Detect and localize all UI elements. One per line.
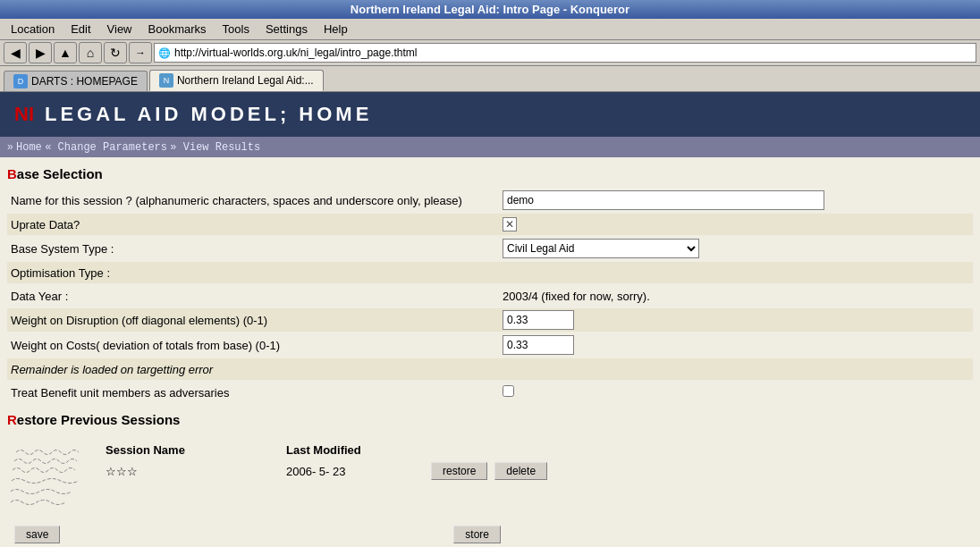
weight-costs-input[interactable] bbox=[503, 335, 574, 355]
url-input[interactable] bbox=[174, 46, 972, 59]
stop-button[interactable]: → bbox=[129, 42, 152, 63]
menu-bar: Location Edit View Bookmarks Tools Setti… bbox=[0, 19, 980, 40]
main-form: Base Selection Name for this session ? (… bbox=[0, 157, 980, 547]
breadcrumb: » Home « Change Parameters » View Result… bbox=[0, 137, 980, 157]
menu-edit[interactable]: Edit bbox=[63, 21, 97, 38]
breadcrumb-change-params[interactable]: Change Parameters bbox=[58, 141, 167, 154]
session-name-cell: ☆☆☆ bbox=[98, 460, 277, 482]
sessions-section: Restore Previous Sessions bbox=[7, 412, 973, 515]
bottom-center-buttons: store bbox=[60, 526, 894, 543]
sessions-rest: estore Previous Sessions bbox=[17, 412, 181, 427]
sessions-content: Session Name Last Modified ☆☆☆ 2006- 5- … bbox=[7, 434, 973, 515]
session-name-input[interactable] bbox=[503, 190, 824, 210]
weight-disruption-value bbox=[499, 308, 973, 332]
base-system-type-select[interactable]: Civil Legal Aid Criminal Legal Aid bbox=[503, 239, 699, 258]
menu-help[interactable]: Help bbox=[317, 21, 355, 38]
weight-costs-value bbox=[499, 333, 973, 357]
bottom-left-buttons: save bbox=[14, 526, 60, 543]
tab-ni-legal[interactable]: N Northern Ireland Legal Aid:... bbox=[149, 70, 324, 91]
tab-ni-legal-icon: N bbox=[159, 73, 173, 88]
tab-darts-icon: D bbox=[13, 74, 28, 88]
header-logo: NI bbox=[14, 103, 34, 126]
url-bar: 🌐 bbox=[154, 43, 976, 63]
base-system-type-value: Civil Legal Aid Criminal Legal Aid bbox=[499, 237, 973, 260]
breadcrumb-sep1: « bbox=[45, 141, 57, 154]
base-selection-first-letter: B bbox=[7, 166, 17, 181]
optimisation-type-label: Optimisation Type : bbox=[7, 265, 499, 282]
base-system-type-label: Base System Type : bbox=[7, 240, 499, 257]
tab-darts-label: DARTS : HOMEPAGE bbox=[31, 75, 138, 88]
remainder-value bbox=[499, 367, 973, 371]
session-row: ☆☆☆ 2006- 5- 23 restore delete bbox=[98, 460, 971, 482]
weight-disruption-input[interactable] bbox=[503, 310, 574, 330]
page-content: NI LEGAL AID MODEL; HOME » Home « Change… bbox=[0, 92, 980, 547]
menu-bookmarks[interactable]: Bookmarks bbox=[141, 21, 214, 38]
forward-button[interactable]: ▶ bbox=[29, 42, 52, 63]
sessions-title: Restore Previous Sessions bbox=[7, 412, 973, 427]
menu-settings[interactable]: Settings bbox=[258, 21, 315, 38]
weight-costs-row: Weight on Costs( deviation of totals fro… bbox=[7, 333, 973, 357]
weight-disruption-row: Weight on Disruption (off diagonal eleme… bbox=[7, 308, 973, 332]
session-actions-cell: restore delete bbox=[424, 460, 971, 482]
base-selection-title: Base Selection bbox=[7, 166, 973, 181]
save-button[interactable]: save bbox=[14, 526, 60, 543]
base-system-type-row: Base System Type : Civil Legal Aid Crimi… bbox=[7, 237, 973, 260]
home-button[interactable]: ⌂ bbox=[79, 42, 102, 63]
treat-benefit-value bbox=[499, 383, 973, 401]
tab-darts[interactable]: D DARTS : HOMEPAGE bbox=[4, 71, 148, 91]
treat-benefit-checkbox[interactable] bbox=[503, 385, 514, 397]
breadcrumb-sep2: » bbox=[170, 141, 182, 154]
treat-benefit-row: Treat Benefit unit members as adversarie… bbox=[7, 382, 973, 403]
tabs-bar: D DARTS : HOMEPAGE N Northern Ireland Le… bbox=[0, 66, 980, 92]
header-title: LEGAL AID MODEL; HOME bbox=[45, 103, 372, 126]
sessions-table: Session Name Last Modified ☆☆☆ 2006- 5- … bbox=[97, 440, 973, 484]
menu-view[interactable]: View bbox=[100, 21, 139, 38]
col-session-name: Session Name bbox=[98, 442, 277, 459]
optimisation-type-value bbox=[499, 271, 973, 274]
session-name-value bbox=[499, 189, 973, 212]
weight-disruption-label: Weight on Disruption (off diagonal eleme… bbox=[7, 312, 499, 329]
header-logo-ni: NI bbox=[14, 103, 34, 125]
base-selection-rest: ase Selection bbox=[17, 166, 103, 181]
sessions-first-letter: R bbox=[7, 412, 17, 427]
data-year-row: Data Year : 2003/4 (fixed for now, sorry… bbox=[7, 285, 973, 307]
store-button[interactable]: store bbox=[453, 526, 501, 543]
col-last-modified: Last Modified bbox=[279, 442, 422, 459]
col-actions bbox=[424, 442, 971, 459]
back-button[interactable]: ◀ bbox=[4, 42, 27, 63]
breadcrumb-view-results[interactable]: View Results bbox=[183, 141, 260, 154]
menu-location[interactable]: Location bbox=[4, 21, 62, 38]
delete-button[interactable]: delete bbox=[494, 462, 547, 480]
title-text: Northern Ireland Legal Aid: Intro Page -… bbox=[351, 3, 629, 16]
data-year-value: 2003/4 (fixed for now, sorry). bbox=[499, 288, 973, 305]
uprate-data-value: ✕ bbox=[499, 215, 973, 233]
data-year-label: Data Year : bbox=[7, 288, 499, 305]
toolbar: ◀ ▶ ▲ ⌂ ↻ → 🌐 bbox=[0, 40, 980, 66]
menu-tools[interactable]: Tools bbox=[215, 21, 257, 38]
reload-button[interactable]: ↻ bbox=[104, 42, 127, 63]
uprate-data-row: Uprate Data? ✕ bbox=[7, 214, 973, 235]
remainder-row: Remainder is loaded on targetting error bbox=[7, 358, 973, 380]
weight-costs-label: Weight on Costs( deviation of totals fro… bbox=[7, 337, 499, 354]
deco-svg bbox=[7, 434, 97, 515]
treat-benefit-label: Treat Benefit unit members as adversarie… bbox=[7, 384, 499, 401]
session-name-label: Name for this session ? (alphanumeric ch… bbox=[7, 192, 499, 209]
bottom-buttons: save store bbox=[7, 518, 973, 547]
restore-button[interactable]: restore bbox=[431, 462, 487, 480]
session-date-cell: 2006- 5- 23 bbox=[279, 460, 422, 482]
session-name-row: Name for this session ? (alphanumeric ch… bbox=[7, 189, 973, 212]
uprate-data-label: Uprate Data? bbox=[7, 216, 499, 233]
optimisation-type-row: Optimisation Type : bbox=[7, 262, 973, 283]
uprate-data-checkbox[interactable]: ✕ bbox=[503, 217, 517, 231]
remainder-label: Remainder is loaded on targetting error bbox=[7, 361, 499, 378]
tab-ni-legal-label: Northern Ireland Legal Aid:... bbox=[177, 74, 314, 87]
header-banner: NI LEGAL AID MODEL; HOME bbox=[0, 92, 980, 137]
deco-area bbox=[7, 434, 97, 515]
breadcrumb-home[interactable]: Home bbox=[16, 141, 42, 154]
up-button[interactable]: ▲ bbox=[54, 42, 77, 63]
title-bar: Northern Ireland Legal Aid: Intro Page -… bbox=[0, 0, 980, 19]
